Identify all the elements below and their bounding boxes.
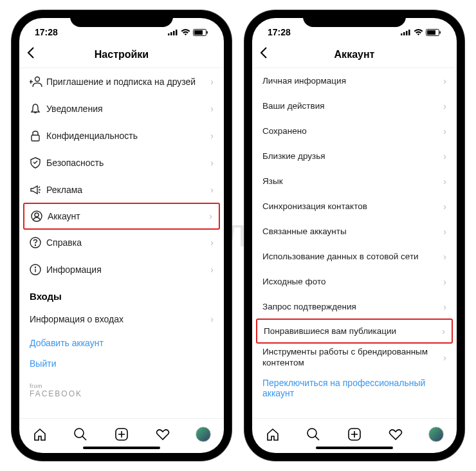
status-right [168,29,208,36]
row-label: Уведомления [46,104,210,114]
svg-point-18 [75,429,84,438]
back-button[interactable] [260,47,268,62]
chevron-right-icon: › [443,252,446,262]
svg-rect-24 [403,32,405,35]
row-personal[interactable]: Личная информация › [252,68,457,93]
row-privacy[interactable]: Конфиденциальность › [19,122,224,149]
row-notifications[interactable]: Уведомления › [19,95,224,122]
svg-point-12 [35,213,39,217]
tab-home[interactable] [31,425,49,443]
row-cellular[interactable]: Использование данных в сотовой сети › [252,244,457,269]
tab-search[interactable] [304,425,322,443]
row-help[interactable]: Справка › [19,229,224,256]
row-label: Синхронизация контактов [262,201,443,211]
phone-left: 17:28 Настройки Приглашение и подписка н… [12,10,232,461]
row-label: Конфиденциальность [46,131,210,141]
screen-right: 17:28 Аккаунт Личная информация › Ваши д… [252,18,457,453]
svg-rect-5 [194,30,203,35]
chevron-right-icon: › [210,77,214,87]
back-button[interactable] [27,47,35,62]
row-contacts[interactable]: Синхронизация контактов › [252,194,457,219]
tab-search[interactable] [71,425,89,443]
home-indicator[interactable] [83,447,160,449]
row-branded[interactable]: Инструменты работы с брендированным конт… [252,343,457,373]
chevron-right-icon: › [443,277,446,287]
row-security[interactable]: Безопасность › [19,149,224,176]
nav-bar: Настройки [19,41,224,68]
chevron-right-icon: › [210,131,214,141]
svg-rect-25 [406,31,408,35]
row-label: Исходные фото [262,277,443,286]
row-label: Понравившиеся вам публикации [264,326,442,336]
row-verify[interactable]: Запрос подтверждения › [252,294,457,319]
chevron-right-icon: › [210,237,214,248]
row-label: Реклама [46,185,210,195]
row-label: Связанные аккаунты [262,226,443,236]
wifi-icon [414,29,423,36]
from-label: from FACEBOOK [19,374,224,398]
chevron-right-icon: › [443,353,446,363]
status-right [401,29,441,36]
tab-add[interactable] [345,425,363,443]
svg-rect-29 [440,31,441,33]
row-activity[interactable]: Ваши действия › [252,93,457,118]
svg-rect-1 [170,32,172,35]
row-close-friends[interactable]: Близкие друзья › [252,143,457,169]
row-label: Сохранено [262,126,443,136]
chevron-right-icon: › [210,185,214,195]
chevron-right-icon: › [443,201,446,212]
tab-profile[interactable] [194,425,212,443]
row-label: Информация [46,264,210,275]
row-ads[interactable]: Реклама › [19,176,224,203]
battery-icon [193,29,208,36]
home-indicator[interactable] [316,447,393,449]
signal-icon [401,29,411,35]
tab-profile[interactable] [427,425,445,443]
svg-line-31 [315,436,319,440]
row-language[interactable]: Язык › [252,169,457,194]
svg-point-14 [35,245,36,246]
row-invite[interactable]: Приглашение и подписка на друзей › [19,68,224,95]
bell-icon [30,103,46,115]
svg-rect-28 [427,30,435,35]
row-login-info[interactable]: Информация о входах › [19,306,224,333]
row-label: Приглашение и подписка на друзей [46,77,210,87]
tab-activity[interactable] [387,425,405,443]
svg-rect-26 [408,30,410,35]
signout-link[interactable]: Выйти [19,353,224,374]
row-about[interactable]: Информация › [19,256,224,283]
lock-icon [30,130,46,142]
row-liked[interactable]: Понравившиеся вам публикации › [256,319,453,344]
chevron-right-icon: › [443,76,446,86]
row-account[interactable]: Аккаунт › [23,203,220,230]
add-person-icon [30,76,46,88]
info-icon [30,264,46,275]
logins-header: Входы [19,283,224,306]
tab-home[interactable] [264,425,282,443]
signal-icon [168,29,178,35]
svg-rect-23 [401,33,403,35]
row-linked[interactable]: Связанные аккаунты › [252,219,457,244]
chevron-right-icon: › [443,176,446,187]
tab-add[interactable] [113,425,131,443]
row-original[interactable]: Исходные фото › [252,269,457,294]
row-label: Безопасность [46,158,210,168]
row-label: Инструменты работы с брендированным конт… [262,343,443,373]
row-label: Информация о входах [30,314,210,324]
status-time: 17:28 [268,27,291,37]
tab-activity[interactable] [154,425,172,443]
add-account-link[interactable]: Добавить аккаунт [19,333,224,353]
svg-rect-3 [176,30,178,35]
status-time: 17:28 [35,27,58,37]
page-title: Аккаунт [252,49,457,60]
chevron-right-icon: › [443,151,446,162]
chevron-right-icon: › [209,211,212,221]
svg-rect-10 [32,135,39,141]
wifi-icon [181,29,190,36]
row-saved[interactable]: Сохранено › [252,118,457,143]
row-label: Личная информация [262,76,443,86]
switch-pro-link[interactable]: Переключиться на профессиональный аккаун… [252,373,457,403]
row-label: Язык [262,176,443,186]
chevron-right-icon: › [442,326,445,337]
phone-right: 17:28 Аккаунт Личная информация › Ваши д… [244,10,464,461]
